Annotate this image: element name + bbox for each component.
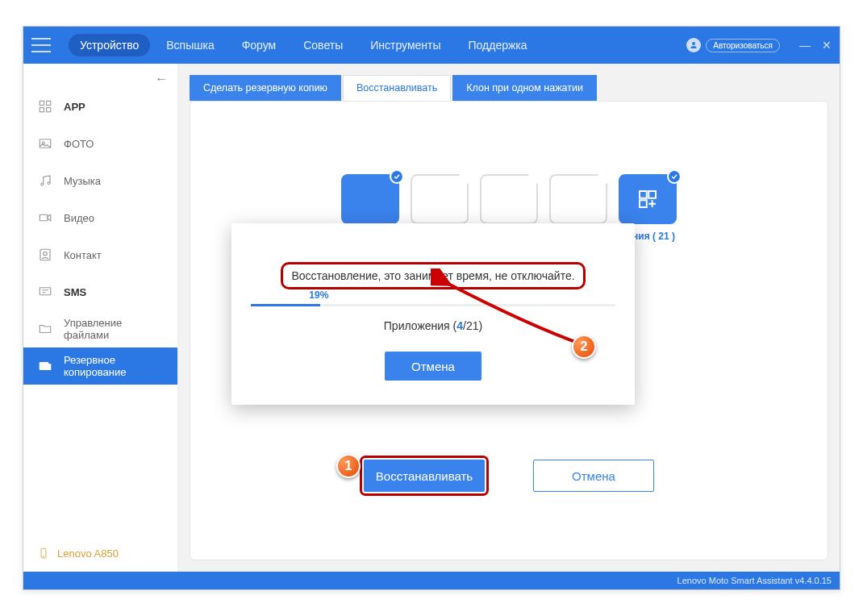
check-icon xyxy=(390,169,404,184)
sidebar-item-label: Музыка xyxy=(64,175,101,187)
backup-icon xyxy=(38,359,52,373)
sidebar-item-label: Управление файлами xyxy=(64,317,163,341)
nav-tools[interactable]: Инструменты xyxy=(359,34,452,56)
callout-badge: 2 xyxy=(572,335,596,359)
minimize-icon[interactable]: — xyxy=(799,39,811,52)
nav-flash[interactable]: Вспышка xyxy=(155,34,225,56)
video-icon xyxy=(38,210,52,225)
sidebar-item-label: Контакт xyxy=(64,249,102,261)
tab-backup[interactable]: Сделать резервную копию xyxy=(190,75,341,101)
svg-point-6 xyxy=(41,183,44,185)
svg-rect-1 xyxy=(47,101,51,105)
cancel-button[interactable]: Отмена xyxy=(533,460,654,492)
restore-button[interactable]: Восстанавливать xyxy=(364,460,485,492)
device-name: Lenovo A850 xyxy=(57,547,119,560)
svg-rect-3 xyxy=(47,108,51,112)
titlebar: Устройство Вспышка Форум Советы Инструме… xyxy=(23,27,840,64)
nav-support[interactable]: Поддержка xyxy=(457,34,539,56)
check-icon xyxy=(667,169,682,184)
app-window: Устройство Вспышка Форум Советы Инструме… xyxy=(23,26,840,590)
music-icon xyxy=(38,173,52,188)
sidebar-item-app[interactable]: APP xyxy=(23,88,177,125)
svg-point-17 xyxy=(530,171,542,183)
callout-1: 1 xyxy=(336,454,361,478)
svg-point-10 xyxy=(44,252,48,256)
sidebar-item-label: Резервное копирование xyxy=(64,354,163,378)
check-icon xyxy=(528,169,543,184)
sidebar-item-music[interactable]: Музыка xyxy=(23,162,177,199)
back-icon[interactable]: ← xyxy=(155,72,168,86)
hamburger-icon[interactable] xyxy=(31,38,51,52)
sidebar-item-sms[interactable]: SMS xyxy=(23,273,177,310)
apps-icon xyxy=(636,187,660,211)
svg-rect-0 xyxy=(40,101,44,105)
progress-percent: 19% xyxy=(309,289,328,301)
sidebar-item-label: SMS xyxy=(64,286,86,298)
svg-point-18 xyxy=(599,171,611,183)
nav-tips[interactable]: Советы xyxy=(292,34,354,56)
user-area: Авторизоваться xyxy=(686,38,780,52)
nav-device[interactable]: Устройство xyxy=(69,34,150,56)
photo-icon xyxy=(38,136,52,151)
nav-forum[interactable]: Форум xyxy=(231,34,288,56)
svg-point-22 xyxy=(669,171,681,183)
tab-restore[interactable]: Восстанавливать xyxy=(343,75,451,101)
contact-icon xyxy=(38,248,52,262)
version-text: Lenovo Moto Smart Assistant v4.4.0.15 xyxy=(677,576,832,585)
svg-rect-2 xyxy=(40,108,44,112)
sidebar-item-contact[interactable]: Контакт xyxy=(23,236,177,273)
device-indicator[interactable]: Lenovo A850 xyxy=(38,546,119,560)
svg-rect-11 xyxy=(40,288,51,295)
close-icon[interactable]: ✕ xyxy=(822,39,832,52)
callout-2: 2 xyxy=(572,335,596,359)
progress-fill xyxy=(251,304,320,306)
sidebar-item-label: Видео xyxy=(64,212,94,224)
window-controls: — ✕ xyxy=(799,39,832,52)
tab-clone[interactable]: Клон при одном нажатии xyxy=(452,75,597,101)
check-icon xyxy=(459,169,473,184)
action-row: Восстанавливать Отмена xyxy=(190,460,828,492)
login-button[interactable]: Авторизоваться xyxy=(706,39,780,52)
sidebar: ← APP ФОТО Музыка Видео Контакт xyxy=(23,64,178,572)
svg-rect-9 xyxy=(40,249,50,260)
sidebar-item-files[interactable]: Управление файлами xyxy=(23,310,177,348)
sidebar-item-label: ФОТО xyxy=(64,138,94,150)
top-nav: Устройство Вспышка Форум Советы Инструме… xyxy=(69,34,539,56)
phone-icon xyxy=(38,546,49,560)
avatar-icon xyxy=(686,38,701,52)
sms-icon xyxy=(38,285,52,299)
check-icon xyxy=(598,169,612,184)
svg-point-15 xyxy=(391,171,403,183)
content-tabs: Сделать резервную копию Восстанавливать … xyxy=(190,75,840,101)
sidebar-item-label: APP xyxy=(64,101,85,113)
folder-icon xyxy=(38,322,52,336)
svg-rect-21 xyxy=(640,200,647,207)
svg-rect-8 xyxy=(40,214,48,221)
statusbar: Lenovo Moto Smart Assistant v4.4.0.15 xyxy=(23,572,840,589)
sidebar-item-video[interactable]: Видео xyxy=(23,199,177,236)
sidebar-item-photo[interactable]: ФОТО xyxy=(23,125,177,162)
callout-badge: 1 xyxy=(336,454,361,478)
svg-point-7 xyxy=(48,182,50,185)
grid-icon xyxy=(38,99,52,114)
svg-rect-19 xyxy=(640,191,647,198)
sidebar-item-backup[interactable]: Резервное копирование xyxy=(23,348,177,385)
svg-rect-20 xyxy=(648,191,656,198)
svg-point-16 xyxy=(461,171,473,183)
